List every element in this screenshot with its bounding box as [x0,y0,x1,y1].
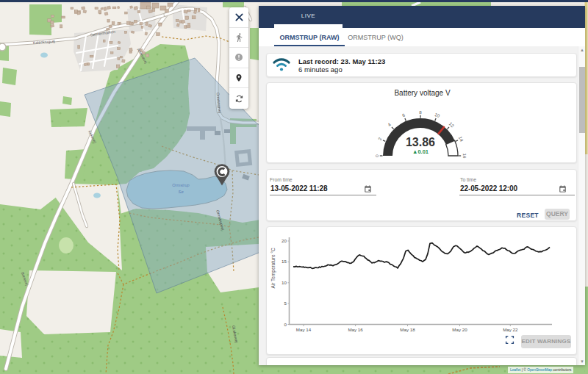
svg-text:Sø: Sø [178,190,184,194]
svg-text:5: 5 [284,301,287,306]
svg-text:10: 10 [434,112,441,118]
svg-text:May 22: May 22 [503,327,518,332]
svg-text:6: 6 [401,112,406,118]
svg-text:10: 10 [282,280,287,285]
svg-text:May 16: May 16 [348,327,363,332]
svg-text:0: 0 [284,322,287,327]
svg-text:May 18: May 18 [400,327,415,332]
svg-text:Ormstrup: Ormstrup [172,183,189,187]
svg-text:20: 20 [282,238,287,243]
svg-text:15: 15 [282,259,287,264]
svg-text:May 20: May 20 [452,327,467,332]
svg-text:4: 4 [387,121,392,127]
svg-text:May 14: May 14 [296,327,312,332]
svg-text:Air Temperature °C: Air Temperature °C [270,248,276,289]
svg-text:8: 8 [419,109,422,115]
